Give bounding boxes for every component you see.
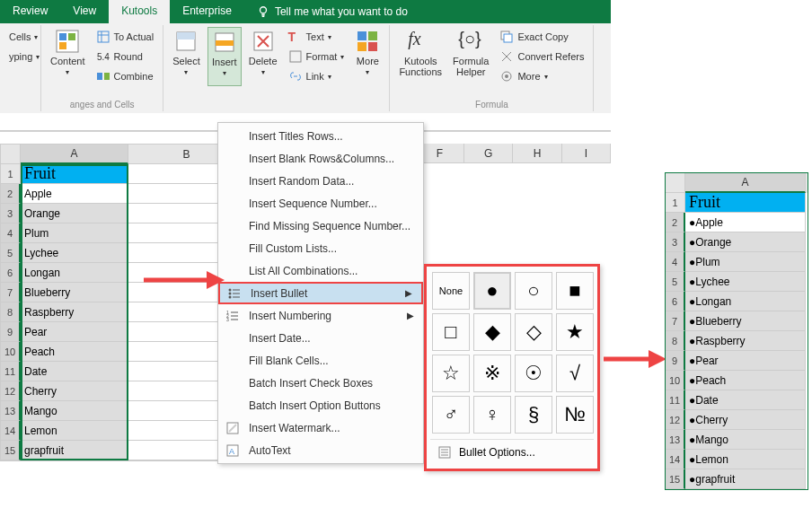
table-cell[interactable]: Lemon — [21, 421, 128, 441]
table-cell[interactable]: ●Apple — [685, 213, 806, 232]
table-cell[interactable]: ●Lemon — [685, 450, 806, 469]
row-header[interactable]: 14 — [666, 450, 685, 469]
row-header-1-2[interactable]: 1 — [666, 193, 685, 213]
table-cell[interactable]: Longan — [21, 263, 128, 283]
table-cell[interactable]: ●Raspberry — [685, 331, 806, 351]
row-header[interactable]: 15 — [666, 469, 685, 489]
menu-item-insert-blank-rows-columns[interactable]: Insert Blank Rows&Columns... — [218, 147, 423, 170]
cell-A1-2[interactable]: Fruit — [685, 193, 806, 213]
format-button[interactable]: Format▾ — [285, 47, 349, 66]
row-header[interactable]: 6 — [1, 263, 21, 283]
table-cell[interactable]: Orange — [21, 204, 128, 223]
exact-copy-button[interactable]: Exact Copy — [496, 27, 587, 47]
row-header[interactable]: 13 — [1, 401, 21, 421]
cells-button[interactable]: Cells▾ — [5, 27, 35, 47]
more2-button[interactable]: More▾ — [496, 66, 587, 86]
table-cell[interactable]: ●Plum — [685, 252, 806, 272]
menu-item-fill-blank-cells[interactable]: Fill Blank Cells... — [218, 349, 423, 372]
bullet-symbol-11[interactable]: ♂ — [432, 396, 470, 434]
bullet-symbol-3[interactable]: □ — [432, 313, 470, 351]
tab-review[interactable]: Review — [0, 0, 60, 23]
menu-item-insert-date[interactable]: Insert Date... — [218, 327, 423, 349]
row-header[interactable]: 14 — [1, 421, 21, 441]
column-header-A-2[interactable]: A — [685, 173, 806, 193]
bullet-symbol-10[interactable]: √ — [556, 355, 594, 392]
row-header[interactable]: 8 — [666, 331, 685, 351]
convert-refers-button[interactable]: Convert Refers — [496, 47, 587, 66]
row-header[interactable]: 12 — [666, 410, 685, 430]
select-all-corner-2[interactable] — [666, 173, 685, 193]
table-cell[interactable]: Blueberry — [21, 283, 128, 302]
select-all-corner[interactable] — [1, 145, 21, 164]
row-header[interactable]: 4 — [666, 252, 685, 272]
row-header[interactable]: 2 — [666, 213, 685, 232]
bullet-symbol-2[interactable]: ■ — [556, 272, 594, 310]
bullet-symbol-13[interactable]: § — [515, 396, 552, 434]
table-cell[interactable]: grapfruit — [21, 441, 128, 460]
table-cell[interactable]: Lychee — [21, 243, 128, 263]
row-header[interactable]: 2 — [1, 184, 21, 204]
select-button[interactable]: Select ▾ — [169, 27, 204, 86]
row-header[interactable]: 10 — [666, 371, 685, 390]
row-header[interactable]: 11 — [1, 362, 21, 381]
menu-item-fill-custom-lists[interactable]: Fill Custom Lists... — [218, 237, 423, 259]
menu-item-batch-insert-option-buttons[interactable]: Batch Insert Option Buttons — [218, 394, 423, 416]
link-button[interactable]: Link▾ — [285, 66, 349, 86]
bullet-symbol-6[interactable]: ★ — [556, 313, 594, 351]
row-header[interactable]: 10 — [1, 342, 21, 362]
table-cell[interactable]: ●Blueberry — [685, 311, 806, 331]
table-cell[interactable]: Date — [21, 362, 128, 381]
bullet-symbol-1[interactable]: ○ — [515, 272, 552, 310]
typing-button[interactable]: yping▾ — [5, 47, 35, 66]
bullet-symbol-9[interactable]: ☉ — [515, 355, 552, 392]
menu-item-insert-sequence-number[interactable]: Insert Sequence Number... — [218, 192, 423, 215]
row-header[interactable]: 13 — [666, 430, 685, 450]
menu-item-batch-insert-check-boxes[interactable]: Batch Insert Check Boxes — [218, 372, 423, 394]
table-cell[interactable]: ●grapfruit — [685, 469, 806, 489]
table-cell[interactable]: Pear — [21, 322, 128, 342]
more-button[interactable]: More ▾ — [351, 27, 384, 86]
row-header[interactable]: 7 — [1, 283, 21, 302]
row-header[interactable]: 4 — [1, 223, 21, 243]
tab-kutools[interactable]: Kutools — [109, 0, 170, 23]
table-cell[interactable]: ●Lychee — [685, 272, 806, 292]
cell-A1[interactable]: Fruit — [21, 164, 128, 184]
tell-me-search[interactable]: Tell me what you want to do — [244, 0, 420, 23]
row-header[interactable]: 12 — [1, 381, 21, 401]
formula-helper-button[interactable]: {○} Formula Helper — [449, 27, 492, 86]
menu-item-insert-bullet[interactable]: Insert Bullet▶ — [218, 282, 423, 304]
row-header[interactable]: 11 — [666, 390, 685, 410]
insert-button[interactable]: Insert ▾ — [207, 27, 242, 86]
row-header[interactable]: 8 — [1, 302, 21, 322]
bullet-none[interactable]: None — [432, 272, 470, 310]
menu-item-find-missing-sequence-number[interactable]: Find Missing Sequence Number... — [218, 215, 423, 237]
row-header-1[interactable]: 1 — [1, 164, 21, 184]
row-header[interactable]: 5 — [1, 243, 21, 263]
bullet-symbol-7[interactable]: ☆ — [432, 355, 470, 392]
menu-item-insert-titles-rows[interactable]: Insert Titles Rows... — [218, 125, 423, 147]
bullet-symbol-5[interactable]: ◇ — [515, 313, 552, 351]
table-cell[interactable]: ●Peach — [685, 371, 806, 390]
column-header-G[interactable]: G — [464, 144, 513, 163]
delete-button[interactable]: Delete ▾ — [245, 27, 281, 86]
bullet-symbol-14[interactable]: № — [556, 396, 594, 434]
text-button[interactable]: TText▾ — [285, 27, 349, 47]
row-header[interactable]: 7 — [666, 311, 685, 331]
table-cell[interactable]: Mango — [21, 401, 128, 421]
row-header[interactable]: 6 — [666, 292, 685, 311]
table-cell[interactable]: ●Pear — [685, 351, 806, 371]
menu-item-autotext[interactable]: AAutoText — [218, 439, 423, 461]
table-cell[interactable]: ●Longan — [685, 292, 806, 311]
combine-button[interactable]: Combine — [93, 66, 158, 86]
bullet-symbol-8[interactable]: ※ — [473, 355, 511, 392]
table-cell[interactable]: ●Cherry — [685, 410, 806, 430]
row-header[interactable]: 5 — [666, 272, 685, 292]
menu-item-list-all-combinations[interactable]: List All Combinations... — [218, 259, 423, 282]
row-header[interactable]: 15 — [1, 441, 21, 460]
menu-item-insert-random-data[interactable]: Insert Random Data... — [218, 170, 423, 192]
column-header-I[interactable]: I — [562, 144, 611, 163]
table-cell[interactable]: Raspberry — [21, 302, 128, 322]
table-cell[interactable]: Peach — [21, 342, 128, 362]
table-cell[interactable]: Plum — [21, 223, 128, 243]
column-header-A[interactable]: A — [21, 145, 128, 164]
